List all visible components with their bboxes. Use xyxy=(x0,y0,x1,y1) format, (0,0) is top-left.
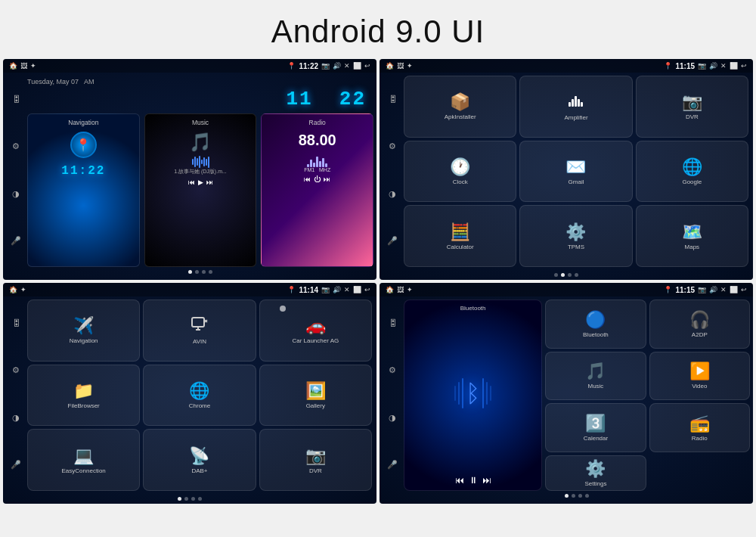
dot-3-1[interactable] xyxy=(178,497,181,501)
equalizer-icon-3[interactable]: 🎛 xyxy=(9,316,23,330)
back-icon-3[interactable]: ↩ xyxy=(364,286,370,293)
app-easyconnection[interactable]: 💻 EasyConnection xyxy=(27,429,140,491)
volume-icon-4[interactable]: 🔊 xyxy=(709,286,717,293)
radio-next-btn[interactable]: ⏭ xyxy=(324,175,330,183)
app-apkinstaller[interactable]: 📦 ApkInstaller xyxy=(404,76,516,138)
app-gmail[interactable]: ✉️ Gmail xyxy=(519,141,632,203)
home-icon[interactable]: 🏠 xyxy=(9,62,17,70)
calculator-icon: 🧮 xyxy=(450,222,470,242)
bt-play-btn[interactable]: ⏸ xyxy=(469,475,478,486)
bluetooth-widget[interactable]: Bluetooth ᛒ ⏮ ⏸ ⏭ xyxy=(404,300,542,491)
close-icon-4[interactable]: ✕ xyxy=(720,286,727,293)
window-icon-4[interactable]: ⬜ xyxy=(730,286,738,293)
app-clock[interactable]: 🕐 Clock xyxy=(404,141,516,203)
app-filebrowser[interactable]: 📁 FileBrowser xyxy=(27,365,140,427)
contrast-icon[interactable]: ◑ xyxy=(9,187,23,200)
app-gallery[interactable]: 🖼️ Gallery xyxy=(259,365,372,427)
music-widget[interactable]: Music 🎵 1.故事与她 (DJ版).m... ⏮ xyxy=(144,113,257,267)
contrast-icon-4[interactable]: ◑ xyxy=(386,411,399,424)
app-maps[interactable]: 🗺️ Maps xyxy=(636,205,748,267)
bt-icon-4: ✦ xyxy=(407,286,413,293)
app-carlauncher[interactable]: 🚗 Car Launcher AG xyxy=(259,300,372,362)
app-video[interactable]: ▶️ Video xyxy=(649,352,750,401)
dot-3-4[interactable] xyxy=(198,497,202,501)
dot-3-3[interactable] xyxy=(191,497,195,501)
dot-4-3[interactable] xyxy=(578,494,582,498)
prev-btn[interactable]: ⏮ xyxy=(188,178,195,186)
app-amplifier[interactable]: Amplifier xyxy=(519,76,632,138)
volume-icon-2[interactable]: 🔊 xyxy=(709,62,717,70)
volume-icon-3[interactable]: 🔊 xyxy=(333,286,341,293)
window-icon-2[interactable]: ⬜ xyxy=(730,62,738,70)
home-icon-2[interactable]: 🏠 xyxy=(386,62,394,70)
camera-icon[interactable]: 📷 xyxy=(321,62,330,70)
settings-icon-2[interactable]: ⚙ xyxy=(386,140,399,154)
mic-icon[interactable]: 🎤 xyxy=(9,234,23,248)
equalizer-icon-2[interactable]: 🎛 xyxy=(386,92,399,106)
dot-1[interactable] xyxy=(188,270,192,274)
dot-2-4[interactable] xyxy=(575,273,578,277)
close-icon-3[interactable]: ✕ xyxy=(344,286,350,293)
app-settings[interactable]: ⚙️ Settings xyxy=(545,455,646,491)
contrast-icon-3[interactable]: ◑ xyxy=(9,411,23,424)
app-music[interactable]: 🎵 Music xyxy=(545,352,646,401)
app-calculator[interactable]: 🧮 Calculator xyxy=(404,205,516,267)
app-chrome[interactable]: 🌐 Chrome xyxy=(143,365,256,427)
play-btn[interactable]: ▶ xyxy=(198,178,203,186)
dot-3[interactable] xyxy=(202,270,206,274)
settings-icon[interactable]: ⚙ xyxy=(9,140,23,154)
app-google[interactable]: 🌐 Google xyxy=(636,141,748,203)
nav-widget[interactable]: Navigation 📍 11:22 xyxy=(27,113,140,267)
equalizer-icon-4[interactable]: 🎛 xyxy=(386,316,399,330)
avin-icon xyxy=(191,315,208,337)
camera-icon-2[interactable]: 📷 xyxy=(698,62,706,70)
close-icon[interactable]: ✕ xyxy=(344,62,350,70)
apk-icon: 📦 xyxy=(450,92,470,112)
settings-icon-3[interactable]: ⚙ xyxy=(9,364,23,377)
date-display: Tuesday, May 07 AM xyxy=(27,76,373,88)
home-icon-3[interactable]: 🏠 xyxy=(9,286,17,293)
dot-4[interactable] xyxy=(209,270,212,274)
clock-icon: 🕐 xyxy=(450,157,470,177)
app-navigation[interactable]: ✈️ Navigation xyxy=(27,300,140,362)
app-radio[interactable]: 📻 Radio xyxy=(649,403,750,452)
mic-icon-3[interactable]: 🎤 xyxy=(9,458,23,472)
window-icon-3[interactable]: ⬜ xyxy=(353,286,361,293)
dot-4-4[interactable] xyxy=(585,494,589,498)
next-btn[interactable]: ⏭ xyxy=(206,178,213,186)
radio-prev-btn[interactable]: ⏮ xyxy=(304,175,311,183)
back-icon[interactable]: ↩ xyxy=(364,62,370,70)
home-icon-4[interactable]: 🏠 xyxy=(386,286,394,293)
bt-prev-btn[interactable]: ⏮ xyxy=(455,475,464,486)
dot-2-1[interactable] xyxy=(554,273,558,277)
dot-2-3[interactable] xyxy=(568,273,572,277)
radio-power-btn[interactable]: ⏻ xyxy=(314,175,321,183)
back-icon-2[interactable]: ↩ xyxy=(741,62,747,70)
bt-next-btn[interactable]: ⏭ xyxy=(482,475,491,486)
app-dvr[interactable]: 📷 DVR xyxy=(636,76,748,138)
app-a2dp[interactable]: 🎧 A2DP xyxy=(649,300,750,349)
contrast-icon-2[interactable]: ◑ xyxy=(386,187,399,200)
dot-4-1[interactable] xyxy=(565,494,569,498)
app-tpms[interactable]: ⚙️ TPMS xyxy=(519,205,632,267)
volume-icon[interactable]: 🔊 xyxy=(333,62,341,70)
camera-icon-4[interactable]: 📷 xyxy=(698,286,706,293)
close-icon-2[interactable]: ✕ xyxy=(720,62,727,70)
dot-4-2[interactable] xyxy=(572,494,575,498)
window-icon[interactable]: ⬜ xyxy=(353,62,361,70)
app-avin[interactable]: AVIN xyxy=(143,300,256,362)
back-icon-4[interactable]: ↩ xyxy=(741,286,747,293)
settings-icon-4[interactable]: ⚙ xyxy=(386,364,399,377)
mic-icon-4[interactable]: 🎤 xyxy=(386,458,399,472)
dot-2-2[interactable] xyxy=(561,273,565,277)
app-calendar[interactable]: 3️⃣ Calendar xyxy=(545,403,646,452)
app-bluetooth[interactable]: 🔵 Bluetooth xyxy=(545,300,646,349)
mic-icon-2[interactable]: 🎤 xyxy=(386,234,399,248)
dot-3-2[interactable] xyxy=(184,497,188,501)
camera-icon-3[interactable]: 📷 xyxy=(321,286,330,293)
equalizer-icon[interactable]: 🎛 xyxy=(9,92,23,106)
app-dab[interactable]: 📡 DAB+ xyxy=(143,429,256,491)
dot-2[interactable] xyxy=(195,270,199,274)
radio-widget[interactable]: Radio 88.00 FM1 MHZ ⏮ ⏻ xyxy=(261,113,373,267)
app-dvr2[interactable]: 📷 DVR xyxy=(259,429,372,491)
